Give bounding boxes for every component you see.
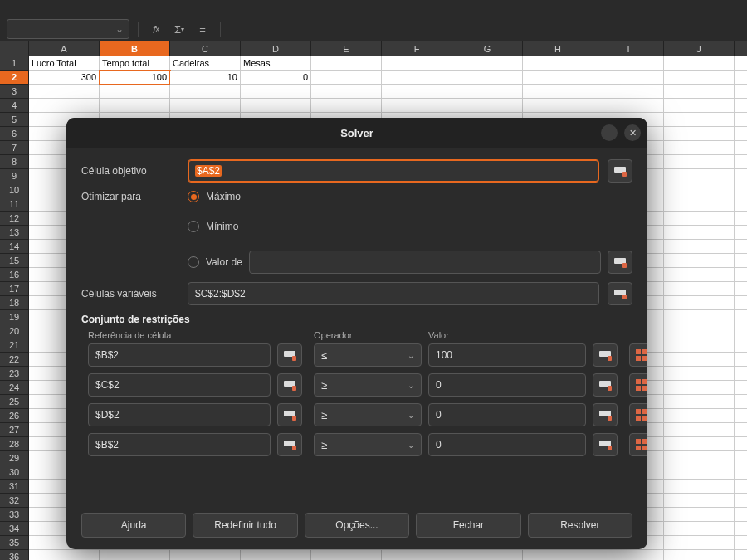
row-header-33[interactable]: 33 xyxy=(0,508,29,522)
row-header-29[interactable]: 29 xyxy=(0,451,29,465)
help-button[interactable]: Ajuda xyxy=(81,513,186,538)
cell-H1[interactable] xyxy=(523,56,593,71)
row-header-17[interactable]: 17 xyxy=(0,282,29,296)
cell-J27[interactable] xyxy=(664,423,735,437)
column-header-A[interactable]: A xyxy=(29,41,100,56)
row-header-7[interactable]: 7 xyxy=(0,141,29,155)
constraint-ref-input[interactable]: $D$2 xyxy=(88,403,271,426)
cell-A1[interactable]: Lucro Total xyxy=(29,56,100,71)
cell-F4[interactable] xyxy=(382,99,452,113)
cell-J1[interactable] xyxy=(664,56,735,71)
cell-H4[interactable] xyxy=(523,99,593,113)
cell-H36[interactable] xyxy=(523,550,593,560)
row-header-11[interactable]: 11 xyxy=(0,197,29,212)
cell-J31[interactable] xyxy=(664,480,735,494)
column-header-F[interactable]: F xyxy=(382,41,452,56)
valueof-input[interactable] xyxy=(249,251,601,274)
options-button[interactable]: Opções... xyxy=(305,513,409,538)
constraint-ref-input[interactable]: $B$2 xyxy=(88,343,271,367)
cell-B2[interactable]: 100 xyxy=(100,71,170,85)
cell-G3[interactable] xyxy=(452,85,523,99)
cell-D36[interactable] xyxy=(241,550,311,560)
row-header-6[interactable]: 6 xyxy=(0,127,29,141)
cell-A3[interactable] xyxy=(29,85,100,99)
cell-J13[interactable] xyxy=(664,226,735,240)
constraint-ref-input[interactable]: $C$2 xyxy=(88,373,271,397)
cell-B4[interactable] xyxy=(100,99,170,113)
cell-B1[interactable]: Tempo total xyxy=(100,56,170,71)
cell-J11[interactable] xyxy=(664,197,735,212)
shrink-target-button[interactable] xyxy=(608,159,632,183)
cell-J30[interactable] xyxy=(664,465,735,480)
constraint-value-input[interactable]: 100 xyxy=(428,343,586,367)
cell-J25[interactable] xyxy=(664,395,735,409)
radio-max[interactable]: Máximo xyxy=(188,191,632,202)
shrink-value-button[interactable] xyxy=(593,373,618,397)
cell-F1[interactable] xyxy=(382,56,452,71)
shrink-value-button[interactable] xyxy=(593,403,618,426)
cell-H3[interactable] xyxy=(523,85,593,99)
shrink-ref-button[interactable] xyxy=(277,403,302,426)
delete-constraint-button[interactable] xyxy=(629,373,647,397)
cell-J5[interactable] xyxy=(664,113,735,127)
cell-G2[interactable] xyxy=(452,71,523,85)
cell-B36[interactable] xyxy=(100,550,170,560)
cell-J17[interactable] xyxy=(664,282,735,296)
reset-button[interactable]: Redefinir tudo xyxy=(193,513,297,538)
row-header-30[interactable]: 30 xyxy=(0,465,29,480)
row-header-2[interactable]: 2 xyxy=(0,71,29,85)
shrink-value-button[interactable] xyxy=(593,343,618,367)
cell-E3[interactable] xyxy=(311,85,382,99)
column-header-J[interactable]: J xyxy=(664,41,735,56)
cell-G4[interactable] xyxy=(452,99,523,113)
row-header-10[interactable]: 10 xyxy=(0,183,29,197)
cell-D2[interactable]: 0 xyxy=(241,71,311,85)
cell-C36[interactable] xyxy=(170,550,241,560)
cell-J14[interactable] xyxy=(664,240,735,254)
cell-D3[interactable] xyxy=(241,85,311,99)
cell-J24[interactable] xyxy=(664,381,735,395)
cell-J29[interactable] xyxy=(664,451,735,465)
cell-E1[interactable] xyxy=(311,56,382,71)
cell-B3[interactable] xyxy=(100,85,170,99)
cell-I4[interactable] xyxy=(593,99,664,113)
cell-J36[interactable] xyxy=(664,550,735,560)
cell-J12[interactable] xyxy=(664,212,735,226)
row-header-28[interactable]: 28 xyxy=(0,437,29,451)
column-header-G[interactable]: G xyxy=(452,41,523,56)
constraint-operator-select[interactable]: ≥⌄ xyxy=(314,403,422,426)
constraint-operator-select[interactable]: ≥⌄ xyxy=(314,373,422,397)
row-header-20[interactable]: 20 xyxy=(0,324,29,338)
row-header-16[interactable]: 16 xyxy=(0,268,29,282)
cell-J19[interactable] xyxy=(664,310,735,324)
row-header-25[interactable]: 25 xyxy=(0,395,29,409)
cell-J3[interactable] xyxy=(664,85,735,99)
cell-J26[interactable] xyxy=(664,409,735,423)
solve-button[interactable]: Resolver xyxy=(528,513,632,538)
row-header-31[interactable]: 31 xyxy=(0,480,29,494)
row-header-12[interactable]: 12 xyxy=(0,212,29,226)
cell-J34[interactable] xyxy=(664,522,735,536)
cell-H2[interactable] xyxy=(523,71,593,85)
shrink-ref-button[interactable] xyxy=(277,343,302,367)
row-header-8[interactable]: 8 xyxy=(0,155,29,169)
constraint-value-input[interactable]: 0 xyxy=(428,373,586,397)
constraint-operator-select[interactable]: ≤⌄ xyxy=(314,343,422,367)
cell-I1[interactable] xyxy=(593,56,664,71)
row-header-22[interactable]: 22 xyxy=(0,353,29,367)
delete-constraint-button[interactable] xyxy=(629,403,647,426)
constraint-ref-input[interactable]: $B$2 xyxy=(88,433,271,456)
radio-min[interactable]: Mínimo xyxy=(188,221,632,232)
row-header-36[interactable]: 36 xyxy=(0,550,29,560)
row-header-27[interactable]: 27 xyxy=(0,423,29,437)
cell-J32[interactable] xyxy=(664,494,735,508)
cell-E2[interactable] xyxy=(311,71,382,85)
constraint-value-input[interactable]: 0 xyxy=(428,433,586,456)
shrink-value-button[interactable] xyxy=(593,433,618,456)
cell-J35[interactable] xyxy=(664,536,735,550)
cell-D4[interactable] xyxy=(241,99,311,113)
row-header-3[interactable]: 3 xyxy=(0,85,29,99)
cell-J21[interactable] xyxy=(664,338,735,353)
cell-G36[interactable] xyxy=(452,550,523,560)
cell-J23[interactable] xyxy=(664,367,735,381)
